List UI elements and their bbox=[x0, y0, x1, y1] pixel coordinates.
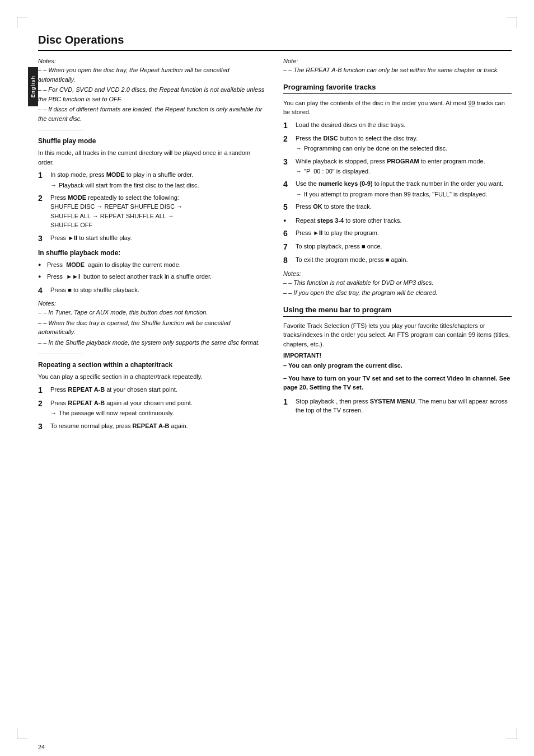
step-num: 3 bbox=[38, 421, 47, 431]
note-1: – When you open the disc tray, the Repea… bbox=[38, 65, 266, 84]
shuffle-step-4: 4 Press ■ to stop shuffle playback. bbox=[38, 285, 266, 295]
repeat-steps: 1 Press REPEAT A-B at your chosen start … bbox=[38, 385, 266, 431]
step-num: 4 bbox=[283, 179, 292, 189]
arrow-note-3: Programming can only be done on the sele… bbox=[296, 144, 512, 153]
program-notes: Notes: – This function is not available … bbox=[283, 270, 512, 298]
step-content: Use the numeric keys (0-9) to input the … bbox=[296, 179, 512, 199]
intro-notes: Notes: – When you open the disc tray, th… bbox=[38, 58, 266, 123]
step-num: 7 bbox=[283, 242, 292, 252]
step-num: 3 bbox=[38, 233, 47, 243]
note-label-right: Note: bbox=[283, 58, 512, 64]
two-column-layout: Notes: – When you open the disc tray, th… bbox=[38, 58, 512, 436]
program-intro: You can play the contents of the disc in… bbox=[283, 98, 512, 117]
program-step-3: 3 While playback is stopped, press PROGR… bbox=[283, 157, 512, 176]
right-column: Note: – The REPEAT A-B function can only… bbox=[283, 58, 512, 436]
notes-label-2: Notes: bbox=[38, 300, 266, 307]
program-step-4: 4 Use the numeric keys (0-9) to input th… bbox=[283, 179, 512, 199]
notes-label: Notes: bbox=[38, 58, 266, 64]
shuffle-note-2: – When the disc tray is opened, the Shuf… bbox=[38, 318, 266, 337]
menu-steps: 1 Stop playback , then press SYSTEM MENU… bbox=[283, 397, 512, 415]
step-content: To exit the program mode, press ■ again. bbox=[296, 255, 512, 265]
step-content: Stop playback , then press SYSTEM MENU. … bbox=[296, 397, 512, 415]
menu-intro: Favorite Track Selection (FTS) lets you … bbox=[283, 321, 512, 349]
repeat-step-1: 1 Press REPEAT A-B at your chosen start … bbox=[38, 385, 266, 395]
step-content: Press the DISC button to select the disc… bbox=[296, 134, 512, 153]
sidebar-tab: English bbox=[28, 67, 38, 106]
page-number: 24 bbox=[38, 744, 45, 750]
shuffle-step4-list: 4 Press ■ to stop shuffle playback. bbox=[38, 285, 266, 295]
shuffle-steps: 1 In stop mode, press MODE to play in a … bbox=[38, 170, 266, 243]
important-2: – You have to turn on your TV set and se… bbox=[283, 374, 512, 392]
corner-bl bbox=[17, 728, 28, 739]
important-block: IMPORTANT! – You can only program the cu… bbox=[283, 352, 512, 392]
program-step-1: 1 Load the desired discs on the disc tra… bbox=[283, 120, 512, 130]
important-1: – You can only program the current disc. bbox=[283, 361, 512, 370]
shuffle-intro: In this mode, all tracks in the current … bbox=[38, 148, 266, 167]
step-num: 3 bbox=[283, 157, 292, 167]
menu-section-title: Using the menu bar to program bbox=[283, 306, 512, 317]
menu-step-1: 1 Stop playback , then press SYSTEM MENU… bbox=[283, 397, 512, 415]
step-num: 2 bbox=[283, 134, 292, 144]
page-title: Disc Operations bbox=[38, 34, 512, 51]
step-content: Press ►II to start shuffle play. bbox=[50, 233, 266, 243]
step-num: 4 bbox=[38, 285, 47, 295]
program-step-2: 2 Press the DISC button to select the di… bbox=[283, 134, 512, 153]
step-content: Press REPEAT A-B again at your chosen en… bbox=[50, 398, 266, 418]
program-step-repeat: ● Repeat steps 3-4 to store other tracks… bbox=[283, 216, 512, 226]
step-num: 6 bbox=[283, 228, 292, 238]
step-content: In stop mode, press MODE to play in a sh… bbox=[50, 170, 266, 190]
arrow-note-2: The passage will now repeat continuously… bbox=[50, 409, 266, 417]
shuffle-note-1: – In Tuner, Tape or AUX mode, this butto… bbox=[38, 308, 266, 317]
step-num: 1 bbox=[283, 120, 292, 130]
step-content: Press REPEAT A-B at your chosen start po… bbox=[50, 385, 266, 395]
step-num: 5 bbox=[283, 202, 292, 212]
step-content: To stop playback, press ■ once. bbox=[296, 242, 512, 251]
program-step-7: 7 To stop playback, press ■ once. bbox=[283, 242, 512, 252]
left-column: Notes: – When you open the disc tray, th… bbox=[38, 58, 266, 436]
shuffle-step-1: 1 In stop mode, press MODE to play in a … bbox=[38, 170, 266, 190]
divider-2 bbox=[38, 354, 83, 354]
shuffle-step-3: 3 Press ►II to start shuffle play. bbox=[38, 233, 266, 243]
shuffle-step-2: 2 Press MODE repeatedly to select the fo… bbox=[38, 193, 266, 230]
shuffle-note-3: – In the Shuffle playback mode, the syst… bbox=[38, 338, 266, 348]
step-content: Press ►II to play the program. bbox=[296, 228, 512, 238]
step-num: 1 bbox=[38, 170, 47, 180]
step-content: While playback is stopped, press PROGRAM… bbox=[296, 157, 512, 176]
bullet-1: Press MODE again to display the current … bbox=[38, 260, 266, 270]
shuffle-playback-title: In shuffle playback mode: bbox=[38, 249, 266, 257]
divider-1 bbox=[38, 130, 83, 130]
bullet-2: Press ►►I button to select another track… bbox=[38, 272, 266, 281]
step-num: 8 bbox=[283, 255, 292, 265]
step-num: 2 bbox=[38, 398, 47, 408]
program-step-6: 6 Press ►II to play the program. bbox=[283, 228, 512, 238]
repeat-intro: You can play a specific section in a cha… bbox=[38, 372, 266, 382]
program-step-5: 5 Press OK to store the track. bbox=[283, 202, 512, 212]
step-content: Repeat steps 3-4 to store other tracks. bbox=[296, 216, 512, 226]
program-note-1: – This function is not available for DVD… bbox=[283, 278, 512, 288]
corner-tl bbox=[17, 17, 28, 28]
arrow-note-5: If you attempt to program more than 99 t… bbox=[296, 190, 512, 199]
right-note-1: – The REPEAT A-B function can only be se… bbox=[283, 65, 512, 75]
step-content: Press ■ to stop shuffle playback. bbox=[50, 285, 266, 295]
repeat-step-3: 3 To resume normal play, press REPEAT A-… bbox=[38, 421, 266, 431]
step-num: 1 bbox=[38, 385, 47, 395]
corner-tr bbox=[506, 17, 517, 28]
step-num: 1 bbox=[283, 397, 292, 407]
program-notes-label: Notes: bbox=[283, 270, 512, 277]
arrow-note-1: Playback will start from the first disc … bbox=[50, 181, 266, 190]
note-2: – For CVD, SVCD and VCD 2.0 discs, the R… bbox=[38, 85, 266, 104]
program-section-title: Programing favorite tracks bbox=[283, 83, 512, 94]
step-num: 2 bbox=[38, 193, 47, 203]
step-content: Press MODE repeatedly to select the foll… bbox=[50, 193, 266, 230]
program-steps: 1 Load the desired discs on the disc tra… bbox=[283, 120, 512, 266]
arrow-note-4: "P 00 : 00" is displayed. bbox=[296, 167, 512, 176]
page: English Disc Operations Notes: – When yo… bbox=[0, 0, 534, 756]
note-3: – If discs of different formats are load… bbox=[38, 105, 266, 123]
shuffle-section-title: Shuffle play mode bbox=[38, 137, 266, 145]
step-bullet: ● bbox=[283, 218, 292, 224]
repeat-section-title: Repeating a section within a chapter/tra… bbox=[38, 361, 266, 369]
shuffle-bullets: Press MODE again to display the current … bbox=[38, 260, 266, 281]
sidebar-label: English bbox=[30, 76, 36, 98]
program-step-8: 8 To exit the program mode, press ■ agai… bbox=[283, 255, 512, 265]
right-note-block: Note: – The REPEAT A-B function can only… bbox=[283, 58, 512, 75]
